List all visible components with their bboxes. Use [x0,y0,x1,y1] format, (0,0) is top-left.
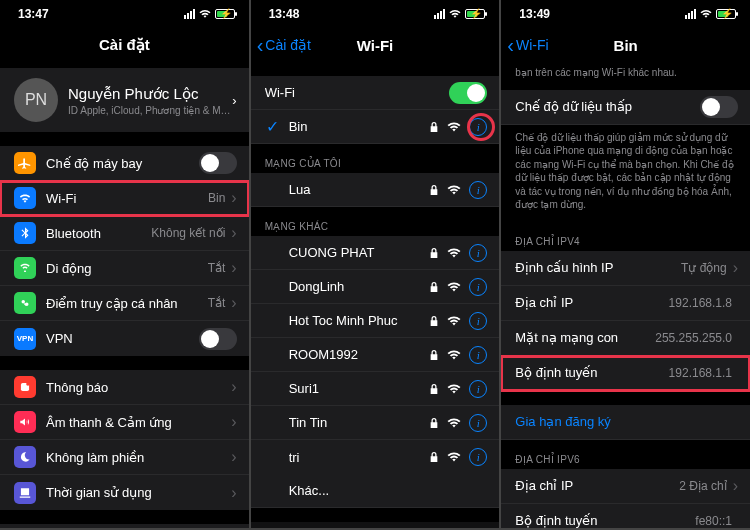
my-networks-header: MẠNG CỦA TÔI [251,144,500,173]
chevron-right-icon: › [231,224,236,242]
nav-bar: ‹Wi-Fi Bin [501,28,750,62]
vpn-toggle[interactable] [199,328,237,350]
back-button[interactable]: ‹Cài đặt [257,28,311,62]
network-row[interactable]: CUONG PHATi [251,236,500,270]
renew-lease-cell[interactable]: Gia hạn đăng ký [501,405,750,440]
info-icon[interactable]: i [469,244,487,262]
bluetooth-label: Bluetooth [46,226,151,241]
page-title: Wi-Fi [357,37,394,54]
wifi-master-toggle-cell[interactable]: Wi-Fi [251,76,500,110]
ipv4-header: ĐỊA CHỈ IPV4 [501,222,750,251]
lock-icon [429,281,439,293]
chevron-right-icon: › [232,93,236,108]
screentime-cell[interactable]: Thời gian sử dụng › [0,475,249,510]
screentime-label: Thời gian sử dụng [46,485,231,500]
lock-icon [429,417,439,429]
wifi-signal-icon [447,247,461,259]
back-button[interactable]: ‹Wi-Fi [507,28,548,62]
battery-icon: ⚡ [716,9,736,19]
network-name: Lua [289,182,424,197]
chevron-left-icon: ‹ [507,35,514,55]
chevron-right-icon: › [733,259,738,277]
renew-lease-label: Gia hạn đăng ký [515,414,738,429]
apple-id-cell[interactable]: PN Nguyễn Phước Lộc ID Apple, iCloud, Ph… [0,68,249,132]
network-row[interactable]: Suri1i [251,372,500,406]
cellular-signal-icon [184,9,195,19]
checkmark-icon: ✓ [265,117,281,136]
network-row[interactable]: Lua i [251,173,500,207]
lock-icon [429,121,439,133]
airplane-mode-cell[interactable]: Chế độ máy bay [0,146,249,181]
chevron-right-icon: › [231,294,236,312]
wifi-detail-content[interactable]: bạn trên các mạng Wi-Fi khác nhau. Chế đ… [501,62,750,528]
wifi-signal-icon [447,417,461,429]
lock-icon [429,184,439,196]
network-row[interactable]: trii [251,440,500,474]
wifi-signal-icon [447,121,461,133]
wifi-content[interactable]: Wi-Fi ✓ Bin i MẠNG CỦA TÔI Lua i MẠNG KH… [251,62,500,528]
wifi-toggle[interactable] [449,82,487,104]
configure-ip-value: Tự động [681,261,727,275]
info-icon[interactable]: i [469,118,487,136]
chevron-right-icon: › [733,477,738,495]
wifi-signal-icon [447,281,461,293]
network-name: Hot Toc Minh Phuc [289,313,424,328]
info-icon[interactable]: i [469,414,487,432]
ipv6-router-value: fe80::1 [695,514,732,528]
chevron-right-icon: › [231,484,236,502]
info-icon[interactable]: i [469,312,487,330]
cellular-label: Di động [46,261,208,276]
lock-icon [429,315,439,327]
airplane-toggle[interactable] [199,152,237,174]
other-network-row[interactable]: Khác... [251,474,500,508]
bluetooth-value: Không kết nối [151,226,225,240]
network-row[interactable]: Tin Tini [251,406,500,440]
battery-icon: ⚡ [215,9,235,19]
info-icon[interactable]: i [469,346,487,364]
info-icon[interactable]: i [469,278,487,296]
wifi-signal-icon [447,315,461,327]
hotspot-cell[interactable]: Điểm truy cập cá nhân Tắt › [0,286,249,321]
chevron-right-icon: › [231,259,236,277]
cellular-cell[interactable]: Di động Tắt › [0,251,249,286]
notifications-label: Thông báo [46,380,231,395]
screentime-icon [14,482,36,504]
ask-to-join-cell[interactable]: Hỏi để kết nối mạng [251,522,500,528]
dnd-label: Không làm phiền [46,450,231,465]
info-icon[interactable]: i [469,181,487,199]
ipv6-address-cell[interactable]: Địa chỉ IP 2 Địa chỉ › [501,469,750,504]
bluetooth-cell[interactable]: Bluetooth Không kết nối › [0,216,249,251]
sounds-cell[interactable]: Âm thanh & Cảm ứng › [0,405,249,440]
cellular-signal-icon [434,9,445,19]
wifi-cell[interactable]: Wi-Fi Bin › [0,181,249,216]
ipv6-router-label: Bộ định tuyến [515,513,695,528]
network-row[interactable]: ROOM1992i [251,338,500,372]
settings-content[interactable]: PN Nguyễn Phước Lộc ID Apple, iCloud, Ph… [0,62,249,528]
low-data-toggle[interactable] [700,96,738,118]
sounds-label: Âm thanh & Cảm ứng [46,415,231,430]
chevron-right-icon: › [231,378,236,396]
configure-ip-cell[interactable]: Định cấu hình IP Tự động › [501,251,750,286]
lock-icon [429,451,439,463]
network-row[interactable]: Hot Toc Minh Phuci [251,304,500,338]
info-icon[interactable]: i [469,448,487,466]
subnet-mask-cell: Mặt nạ mạng con 255.255.255.0 [501,321,750,356]
vpn-cell[interactable]: VPN VPN [0,321,249,356]
general-cell[interactable]: Cài đặt chung › [0,524,249,528]
dnd-cell[interactable]: Không làm phiền › [0,440,249,475]
network-row[interactable]: DongLinhi [251,270,500,304]
status-bar: 13:48 ⚡ [251,0,500,28]
connected-network-name: Bin [289,119,424,134]
hotspot-icon [14,292,36,314]
wifi-icon [14,187,36,209]
wifi-icon [449,9,461,19]
info-icon[interactable]: i [469,380,487,398]
svg-point-1 [26,382,30,386]
lock-icon [429,349,439,361]
top-note: bạn trên các mạng Wi-Fi khác nhau. [501,62,750,90]
ipv6-address-value: 2 Địa chỉ [679,479,726,493]
low-data-cell[interactable]: Chế độ dữ liệu thấp [501,90,750,125]
notifications-cell[interactable]: Thông báo › [0,370,249,405]
connected-network-cell[interactable]: ✓ Bin i [251,110,500,144]
wifi-signal-icon [447,349,461,361]
